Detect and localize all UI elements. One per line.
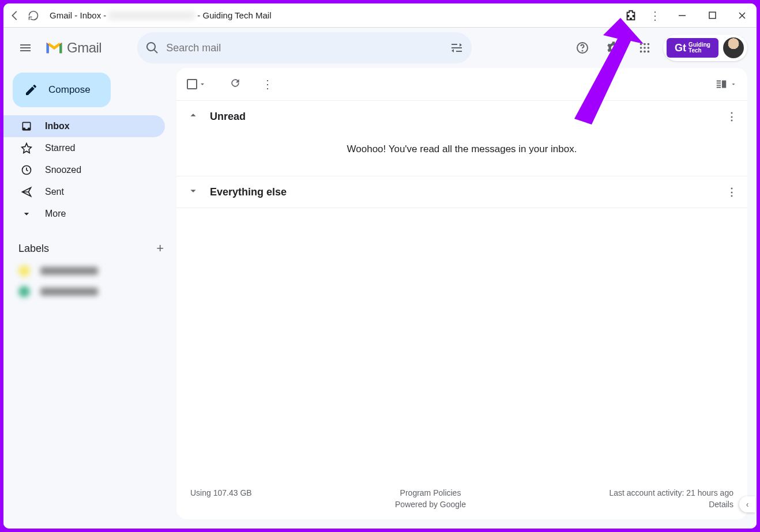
sidebar-item-label: Inbox xyxy=(45,121,70,131)
label-name-redacted xyxy=(40,288,98,296)
search-bar[interactable] xyxy=(137,32,472,63)
section-title: Everything else xyxy=(210,186,287,198)
title-prefix: Gmail - Inbox - xyxy=(50,10,106,20)
main-menu-icon[interactable] xyxy=(13,35,38,61)
brand-badge: Gt GuidingTech xyxy=(667,38,718,58)
chevron-down-icon xyxy=(730,81,737,88)
extensions-icon[interactable] xyxy=(624,9,638,22)
svg-point-3 xyxy=(582,51,583,51)
chevron-down-icon xyxy=(198,80,206,88)
search-options-icon[interactable] xyxy=(450,41,464,55)
refresh-icon xyxy=(229,77,241,89)
svg-point-6 xyxy=(648,43,650,46)
compose-button[interactable]: Compose xyxy=(13,73,111,107)
gmail-logo[interactable]: Gmail xyxy=(45,40,101,56)
window-close-icon[interactable] xyxy=(732,7,752,24)
svg-rect-1 xyxy=(709,12,716,18)
section-more-icon[interactable]: ⋮ xyxy=(727,186,737,198)
svg-point-5 xyxy=(644,43,646,46)
toolbar-more-icon[interactable]: ⋮ xyxy=(262,77,273,91)
chevron-down-icon xyxy=(21,208,32,220)
section-more-icon[interactable]: ⋮ xyxy=(727,110,737,123)
sidebar-item-sent[interactable]: Sent xyxy=(3,181,165,203)
sidebar-item-label: More xyxy=(45,209,66,219)
redacted-email xyxy=(108,11,195,20)
sidebar-item-snoozed[interactable]: Snoozed xyxy=(3,159,165,181)
account-switcher[interactable]: Gt GuidingTech xyxy=(663,35,747,61)
program-policies-link[interactable]: Program Policies xyxy=(395,488,466,497)
sidebar: Compose Inbox Starred Snoozed xyxy=(3,68,176,529)
sidebar-item-starred[interactable]: Starred xyxy=(3,137,165,159)
mail-toolbar: ⋮ xyxy=(176,68,747,100)
label-item[interactable] xyxy=(18,265,164,277)
app-header: Gmail Gt Guidi xyxy=(3,28,757,68)
collapse-icon[interactable] xyxy=(187,109,200,124)
page-title: Gmail - Inbox - - Guiding Tech Mail xyxy=(50,10,271,20)
clock-icon xyxy=(21,164,32,176)
label-color-icon xyxy=(18,286,30,297)
apps-icon[interactable] xyxy=(632,35,657,61)
section-everything-else: Everything else ⋮ xyxy=(176,176,747,208)
avatar xyxy=(723,37,744,58)
select-all-checkbox[interactable] xyxy=(187,79,206,89)
sidebar-item-label: Snoozed xyxy=(45,165,81,175)
empty-state-text: Woohoo! You've read all the messages in … xyxy=(176,132,747,176)
browser-menu-icon[interactable]: ⋮ xyxy=(648,9,662,22)
powered-by-text: Powered by Google xyxy=(395,500,466,509)
section-title: Unread xyxy=(210,111,246,123)
labels-heading: Labels xyxy=(18,243,49,255)
window-minimize-icon[interactable] xyxy=(672,7,692,24)
gmail-logo-icon xyxy=(45,41,63,55)
svg-point-7 xyxy=(640,47,642,49)
star-icon xyxy=(21,142,32,154)
activity-text: Last account activity: 21 hours ago xyxy=(609,488,733,497)
footer: Using 107.43 GB Program Policies Powered… xyxy=(176,480,747,519)
gmail-logo-text: Gmail xyxy=(67,40,101,56)
sidebar-item-label: Sent xyxy=(45,187,64,197)
settings-icon[interactable] xyxy=(601,35,626,61)
label-item[interactable] xyxy=(18,286,164,297)
label-name-redacted xyxy=(40,267,98,275)
sidebar-item-label: Starred xyxy=(45,143,75,153)
label-color-icon xyxy=(18,265,30,277)
sidebar-item-inbox[interactable]: Inbox xyxy=(3,115,165,137)
inbox-icon xyxy=(21,120,32,132)
reload-icon[interactable] xyxy=(27,9,40,22)
search-icon xyxy=(145,41,159,55)
mail-list-panel: ⋮ Unread ⋮ Woohoo! You've read all t xyxy=(176,68,747,519)
svg-point-12 xyxy=(648,51,650,53)
svg-point-11 xyxy=(644,51,646,53)
svg-point-8 xyxy=(644,47,646,49)
storage-text[interactable]: Using 107.43 GB xyxy=(190,488,252,497)
refresh-button[interactable] xyxy=(229,77,241,91)
browser-chrome: Gmail - Inbox - - Guiding Tech Mail ⋮ xyxy=(3,3,757,28)
send-icon xyxy=(21,186,32,198)
help-icon[interactable] xyxy=(570,35,595,61)
side-panel-toggle[interactable]: ‹ xyxy=(739,496,755,512)
section-unread: Unread ⋮ Woohoo! You've read all the mes… xyxy=(176,100,747,176)
pencil-icon xyxy=(24,83,38,97)
sidebar-item-more[interactable]: More xyxy=(3,203,165,225)
details-link[interactable]: Details xyxy=(609,500,733,509)
title-suffix: - Guiding Tech Mail xyxy=(197,10,271,20)
svg-point-9 xyxy=(648,47,650,49)
window-maximize-icon[interactable] xyxy=(702,7,722,24)
back-icon[interactable] xyxy=(8,9,22,22)
toggle-split-pane[interactable] xyxy=(715,78,737,90)
svg-point-10 xyxy=(640,51,642,53)
expand-icon[interactable] xyxy=(187,184,200,200)
compose-label: Compose xyxy=(48,84,91,96)
svg-point-4 xyxy=(640,43,642,46)
search-input[interactable] xyxy=(166,42,443,54)
add-label-icon[interactable]: + xyxy=(156,241,164,256)
split-pane-icon xyxy=(715,78,728,90)
